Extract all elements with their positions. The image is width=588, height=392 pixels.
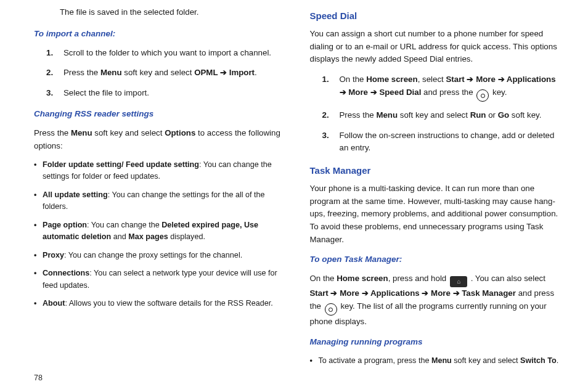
step-marker: 3.: [46, 87, 53, 100]
list-item: Proxy: You can change the proxy settings…: [34, 250, 282, 262]
text: soft key and select: [92, 128, 165, 137]
import-steps-list: 1.Scroll to the folder to which you want…: [46, 47, 282, 100]
bold-text: Page option: [43, 221, 87, 229]
left-column: The file is saved in the selected folder…: [34, 6, 299, 380]
bold-text: Folder update setting/ Feed update setti…: [43, 160, 199, 169]
rss-options-list: Folder update setting/ Feed update setti…: [34, 159, 282, 310]
arrow-icon: ➔: [340, 88, 349, 97]
step-marker: 1.: [322, 73, 329, 86]
task-manager-intro: Your phone is a multi-tasking device. It…: [310, 182, 564, 246]
step-marker: 1.: [46, 47, 53, 60]
text: soft key and select: [122, 68, 195, 77]
arrow-icon: ➔: [420, 288, 431, 298]
speed-dial-heading: Speed Dial: [310, 9, 564, 23]
step-text: Scroll to the folder to which you want t…: [63, 48, 271, 57]
bold-text: Task Manager: [462, 288, 516, 298]
bold-text: Home screen: [337, 274, 388, 283]
bold-text: Start: [446, 75, 464, 84]
text: and press the: [421, 88, 475, 97]
text: . You can also select: [468, 274, 545, 283]
list-item: All update setting: You can change the s…: [34, 189, 282, 213]
text: : You can change the: [87, 221, 161, 229]
text: , select: [418, 75, 446, 84]
ok-key-icon: [476, 89, 489, 102]
text: or: [486, 110, 497, 120]
bold-text: Import: [229, 68, 255, 77]
arrow-icon: ➔: [329, 288, 340, 298]
bold-text: About: [43, 299, 65, 308]
text: soft key and select: [398, 110, 470, 120]
text: To activate a program, press the: [319, 356, 431, 365]
bold-text: Connections: [43, 269, 89, 277]
list-item: 2. Press the Menu soft key and select Ru…: [322, 109, 564, 122]
list-item: 1. On the Home screen, select Start ➔ Mo…: [322, 73, 564, 102]
bold-text: Menu: [431, 356, 452, 365]
step-text: Press the Menu soft key and select OPML …: [63, 68, 257, 77]
managing-programs-heading: Managing running programs: [310, 336, 564, 349]
list-item: 1.Scroll to the folder to which you want…: [46, 47, 282, 60]
step-marker: 3.: [322, 129, 329, 142]
step-text: On the Home screen, select Start ➔ More …: [340, 75, 556, 97]
text: soft key and select: [452, 356, 520, 365]
rss-intro: Press the Menu soft key and select Optio…: [34, 127, 282, 152]
text: displayed.: [168, 232, 205, 241]
text: soft key.: [509, 110, 541, 120]
list-item: 3.Select the file to import.: [46, 87, 282, 100]
arrow-icon: ➔: [465, 75, 476, 84]
bold-text: Menu: [100, 68, 122, 77]
list-item: 3.Follow the on-screen instructions to c…: [322, 129, 564, 155]
text: key. The list of all the programs curren…: [310, 301, 547, 327]
list-item: About: Allows you to view the software d…: [34, 298, 282, 310]
speed-dial-intro: You can assign a short cut number to a p…: [310, 28, 564, 66]
home-key-icon: ⌂: [450, 276, 467, 287]
bold-text: More: [340, 288, 359, 298]
list-item: Folder update setting/ Feed update setti…: [34, 159, 282, 183]
bold-text: Speed Dial: [379, 88, 421, 97]
text: .: [255, 68, 257, 77]
bold-text: Applications: [370, 288, 420, 298]
bold-text: Run: [470, 110, 486, 120]
step-text: Select the file to import.: [63, 88, 149, 97]
list-item: Connections: You can select a network ty…: [34, 267, 282, 292]
bold-text: More: [348, 88, 368, 97]
arrow-icon: ➔: [218, 68, 229, 77]
bold-text: Menu: [71, 128, 92, 137]
step-marker: 2.: [322, 109, 329, 122]
text: Press the: [63, 68, 100, 77]
bold-text: Max pages: [128, 232, 168, 241]
bold-text: More: [431, 288, 451, 298]
speed-dial-steps: 1. On the Home screen, select Start ➔ Mo…: [322, 73, 564, 155]
arrow-icon: ➔: [451, 288, 462, 298]
text: : Allows you to view the software detail…: [65, 299, 272, 308]
task-manager-heading: Task Manager: [310, 163, 564, 178]
text: On the: [310, 274, 337, 283]
step-marker: 2.: [46, 67, 53, 80]
text: key.: [490, 88, 507, 97]
text: Press the: [34, 128, 71, 137]
open-task-manager-text: On the Home screen, press and hold ⌂ . Y…: [310, 272, 564, 328]
arrow-icon: ➔: [496, 75, 507, 84]
text: .: [557, 356, 559, 365]
arrow-icon: ➔: [368, 88, 379, 97]
bold-text: All update setting: [43, 190, 108, 199]
bold-text: OPML: [194, 68, 218, 77]
list-item: To activate a program, press the Menu so…: [310, 355, 564, 367]
bold-text: Home screen: [366, 75, 418, 84]
import-channel-heading: To import a channel:: [34, 28, 282, 41]
bold-text: Menu: [376, 110, 398, 120]
arrow-icon: ➔: [359, 288, 370, 298]
bold-text: Start: [310, 288, 329, 298]
bold-text: Options: [165, 128, 195, 137]
step-text: Press the Menu soft key and select Run o…: [340, 110, 542, 120]
managing-programs-list: To activate a program, press the Menu so…: [310, 355, 564, 367]
text: Press the: [340, 110, 377, 120]
bold-text: Switch To: [520, 356, 557, 365]
manual-page: The file is saved in the selected folder…: [0, 0, 588, 392]
text: , press and hold: [388, 274, 449, 283]
page-number: 78: [34, 374, 43, 382]
rss-settings-heading: Changing RSS reader settings: [34, 108, 282, 121]
bold-text: Applications: [507, 75, 556, 84]
ok-key-icon: [325, 303, 337, 316]
text: and: [111, 232, 128, 241]
open-task-manager-heading: To open Task Manager:: [310, 253, 564, 266]
